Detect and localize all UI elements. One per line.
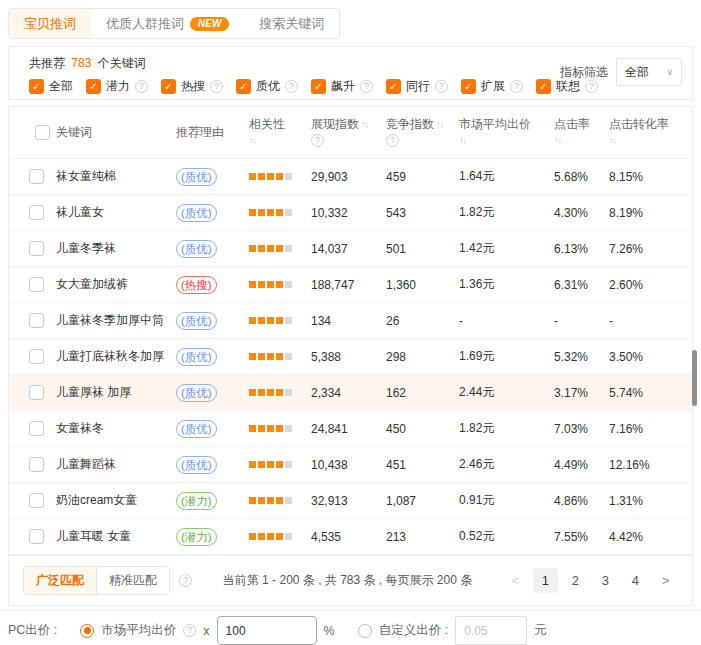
table-footer: 广泛匹配精准匹配 ? 当前第 1 - 200 条 , 共 783 条 , 每页展… <box>9 555 692 605</box>
relevance-bars <box>249 353 292 360</box>
row-checkbox[interactable] <box>29 205 44 220</box>
cvr-cell-text: - <box>609 314 613 328</box>
relevance-bar <box>249 533 256 540</box>
competition-cell: 213 <box>386 530 459 544</box>
relevance-bar <box>249 353 256 360</box>
filter-option-label: 质优 <box>256 78 280 95</box>
select-all-checkbox[interactable] <box>35 125 50 140</box>
competition-cell: 459 <box>386 170 459 184</box>
checkbox-checked-icon[interactable]: ✓ <box>161 79 176 94</box>
sort-icon[interactable]: ↑↓ <box>609 134 616 147</box>
market-price-radio[interactable] <box>80 624 94 638</box>
filter-option[interactable]: ✓热搜? <box>161 78 223 95</box>
row-checkbox[interactable] <box>29 169 44 184</box>
tab-2[interactable]: 优质人群推词NEW <box>91 9 244 38</box>
row-checkbox[interactable] <box>29 493 44 508</box>
pagination-page-1[interactable]: 1 <box>533 568 558 593</box>
impression-cell: 24,841 <box>311 422 386 436</box>
column-avg-price-label: 市场平均出价 <box>459 118 531 131</box>
row-checkbox[interactable] <box>29 385 44 400</box>
column-ctr[interactable]: 点击率 ↑↓ <box>554 118 609 147</box>
reason-badge: (质优) <box>176 204 217 222</box>
cvr-cell: 12.16% <box>609 458 692 472</box>
column-cvr[interactable]: 点击转化率 ↑↓ <box>609 118 692 147</box>
pagination-page-3[interactable]: 3 <box>593 568 618 593</box>
pagination-prev[interactable]: < <box>503 568 528 593</box>
ctr-cell-text: 7.55% <box>554 530 588 544</box>
checkbox-checked-icon[interactable]: ✓ <box>386 79 401 94</box>
column-competition[interactable]: 竞争指数 ↑↓ ? <box>386 118 459 147</box>
market-multiplier-input[interactable] <box>217 616 317 645</box>
match-mode-1[interactable]: 广泛匹配 <box>24 567 96 594</box>
relevance-bars <box>249 389 292 396</box>
help-icon: ? <box>179 574 192 587</box>
tab-3[interactable]: 搜索关键词 <box>244 9 339 38</box>
table-row: 儿童打底袜秋冬加厚(质优)5,3882981.69元5.32%3.50% <box>9 339 692 375</box>
scrollbar-thumb[interactable] <box>692 350 697 406</box>
reason-badge: (质优) <box>176 456 217 474</box>
sort-icon[interactable]: ↑↓ <box>436 118 443 131</box>
reason-badge: (质优) <box>176 240 217 258</box>
custom-price-input[interactable] <box>455 616 527 645</box>
sort-icon[interactable]: ↑↓ <box>459 134 466 147</box>
ctr-cell-text: 6.13% <box>554 242 588 256</box>
avg-price-cell-text: 1.64元 <box>459 168 494 185</box>
sort-icon[interactable]: ↑↓ <box>249 134 256 147</box>
pagination-page-2[interactable]: 2 <box>563 568 588 593</box>
filter-option[interactable]: ✓全部 <box>29 78 73 95</box>
checkbox-checked-icon[interactable]: ✓ <box>29 79 44 94</box>
avg-price-cell: 1.82元 <box>459 204 554 221</box>
filter-option-label: 全部 <box>49 78 73 95</box>
keyword-cell: 袜女童纯棉 <box>56 168 176 185</box>
checkbox-checked-icon[interactable]: ✓ <box>86 79 101 94</box>
relevance-bar <box>258 281 265 288</box>
keyword-cell-text: 儿童冬季袜 <box>56 240 116 257</box>
metric-filter-select[interactable]: 全部 ∨ <box>616 58 682 86</box>
row-checkbox[interactable] <box>29 277 44 292</box>
competition-cell: 450 <box>386 422 459 436</box>
tab-1[interactable]: 宝贝推词 <box>9 9 91 38</box>
pagination-page-4[interactable]: 4 <box>623 568 648 593</box>
sort-icon[interactable]: ↑↓ <box>361 118 368 131</box>
relevance-bar <box>285 317 292 324</box>
relevance-bar <box>249 245 256 252</box>
filter-option[interactable]: ✓潜力? <box>86 78 148 95</box>
checkbox-checked-icon[interactable]: ✓ <box>536 79 551 94</box>
row-checkbox-cell <box>9 205 56 220</box>
impression-cell: 29,903 <box>311 170 386 184</box>
match-mode-2[interactable]: 精准匹配 <box>96 567 169 594</box>
ctr-cell-text: 3.17% <box>554 386 588 400</box>
column-avg-price[interactable]: 市场平均出价 ↑↓ <box>459 118 554 147</box>
row-checkbox-cell <box>9 313 56 328</box>
pagination-next[interactable]: > <box>653 568 678 593</box>
keyword-cell-text: 袜儿童女 <box>56 204 104 221</box>
relevance-cell <box>249 425 311 432</box>
checkbox-checked-icon[interactable]: ✓ <box>461 79 476 94</box>
filter-option[interactable]: ✓扩展? <box>461 78 523 95</box>
ctr-cell-text: 7.03% <box>554 422 588 436</box>
competition-cell: 1,360 <box>386 278 459 292</box>
filter-option[interactable]: ✓飙升? <box>311 78 373 95</box>
custom-price-radio[interactable] <box>358 624 372 638</box>
checkbox-checked-icon[interactable]: ✓ <box>236 79 251 94</box>
row-checkbox[interactable] <box>29 529 44 544</box>
row-checkbox[interactable] <box>29 349 44 364</box>
filter-panel: 共推荐 783 个关键词 ✓全部✓潜力?✓热搜?✓质优?✓飙升?✓同行?✓扩展?… <box>8 46 693 100</box>
column-impression[interactable]: 展现指数 ↑↓ ? <box>311 118 386 147</box>
reason-badge: (质优) <box>176 168 217 186</box>
filter-option[interactable]: ✓质优? <box>236 78 298 95</box>
keyword-cell-text: 儿童厚袜 加厚 <box>56 384 131 401</box>
ctr-cell-text: - <box>554 314 558 328</box>
row-checkbox[interactable] <box>29 421 44 436</box>
relevance-bar <box>267 317 274 324</box>
column-relevance[interactable]: 相关性 ↑↓ <box>249 118 311 147</box>
impression-cell-text: 24,841 <box>311 422 348 436</box>
row-checkbox[interactable] <box>29 313 44 328</box>
relevance-cell <box>249 209 311 216</box>
row-checkbox[interactable] <box>29 241 44 256</box>
checkbox-checked-icon[interactable]: ✓ <box>311 79 326 94</box>
sort-icon[interactable]: ↑↓ <box>554 134 561 147</box>
filter-option[interactable]: ✓同行? <box>386 78 448 95</box>
relevance-bars <box>249 281 292 288</box>
row-checkbox[interactable] <box>29 457 44 472</box>
